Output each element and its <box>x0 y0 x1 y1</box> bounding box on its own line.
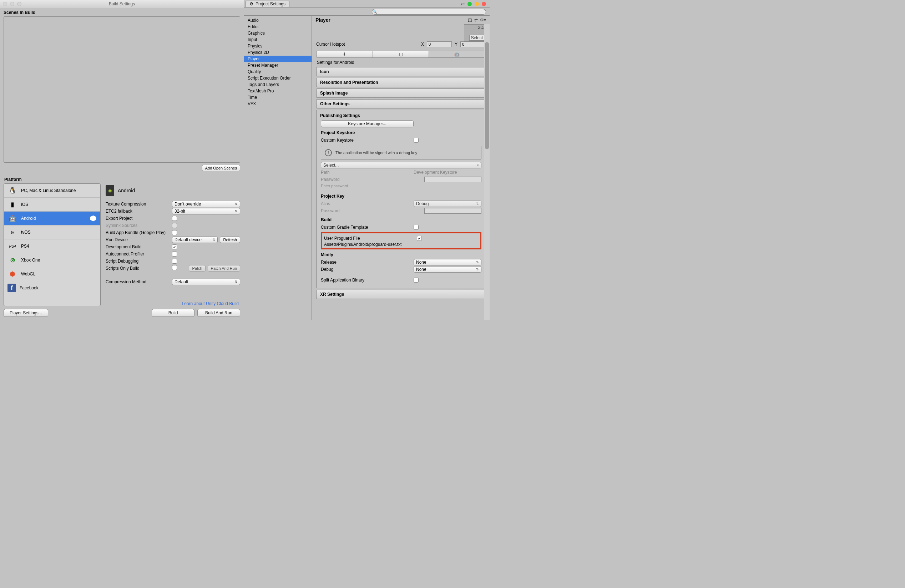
player-settings-button[interactable]: Player Settings... <box>3 309 48 317</box>
scrollbar-thumb[interactable] <box>485 42 489 149</box>
texture-compression-select[interactable]: Don't override⇅ <box>172 201 240 207</box>
custom-keystore-checkbox[interactable] <box>414 138 419 143</box>
platform-item-android[interactable]: 🤖 Android <box>4 212 100 225</box>
keystore-path-value: Development Keystore <box>414 170 457 175</box>
icon-select-button[interactable]: Select <box>469 35 484 41</box>
help-icon[interactable]: 🕮 <box>468 17 472 22</box>
cat-graphics[interactable]: Graphics <box>244 30 311 36</box>
keystore-password-label: Password <box>321 177 414 182</box>
cat-preset-manager[interactable]: Preset Manager <box>244 62 311 68</box>
player-detail-panel: Player 🕮 ⇄ ⚙▾ 2D/ Select Cursor Hotspot … <box>312 16 490 320</box>
build-and-run-button[interactable]: Build And Run <box>197 309 240 317</box>
platform-item-facebook[interactable]: f Facebook <box>4 281 100 295</box>
texture-compression-label: Texture Compression <box>106 201 172 207</box>
download-icon: ⬇ <box>343 52 346 57</box>
phone-icon: ▢ <box>399 52 403 57</box>
script-debugging-checkbox[interactable] <box>172 259 177 264</box>
cat-time[interactable]: Time <box>244 94 311 101</box>
tab-ios[interactable]: ▢ <box>373 51 429 57</box>
build-button[interactable]: Build <box>152 309 194 317</box>
cat-audio[interactable]: Audio <box>244 17 311 24</box>
facebook-icon: f <box>8 284 16 292</box>
cat-quality[interactable]: Quality <box>244 68 311 75</box>
run-device-select[interactable]: Default device⇅ <box>172 236 218 243</box>
vertical-scrollbar[interactable] <box>484 24 490 320</box>
keystore-select[interactable]: Select...▾ <box>321 162 481 168</box>
platform-label-text: Xbox One <box>21 258 40 263</box>
alias-select[interactable]: Debug⇅ <box>414 201 481 207</box>
platform-item-ios[interactable]: ▮ iOS <box>4 198 100 212</box>
minify-release-select[interactable]: None⇅ <box>414 259 481 265</box>
autoconnect-profiler-checkbox[interactable] <box>172 252 177 257</box>
user-proguard-checkbox[interactable]: ✔ <box>417 236 422 241</box>
etc2-fallback-select[interactable]: 32-bit⇅ <box>172 208 240 214</box>
tvos-icon: tv <box>8 227 17 237</box>
cursor-hotspot-label: Cursor Hotspot <box>316 42 418 47</box>
tab-standalone[interactable]: ⬇ <box>316 51 373 57</box>
gear-icon[interactable]: ⚙▾ <box>480 17 486 22</box>
autoconnect-profiler-label: Autoconnect Profiler <box>106 252 172 257</box>
key-password-input[interactable] <box>424 208 481 214</box>
search-input[interactable] <box>372 9 486 14</box>
export-project-label: Export Project <box>106 216 172 221</box>
gear-icon: ⚙ <box>249 2 253 6</box>
cat-vfx[interactable]: VFX <box>244 101 311 107</box>
cursor-x-input[interactable] <box>427 41 452 47</box>
refresh-button[interactable]: Refresh <box>220 236 240 243</box>
panel-title: Player <box>316 17 330 23</box>
patch-button[interactable]: Patch <box>189 265 205 271</box>
development-build-checkbox[interactable]: ✔ <box>172 244 177 249</box>
preset-icon[interactable]: ⇄ <box>474 17 478 22</box>
etc2-fallback-label: ETC2 fallback <box>106 209 172 214</box>
info-icon: ! <box>325 149 332 156</box>
platform-label-text: tvOS <box>21 230 31 235</box>
window-menu-icon[interactable]: ▪≡ <box>461 2 465 6</box>
development-build-label: Development Build <box>106 244 172 249</box>
platform-item-ps4[interactable]: PS4 PS4 <box>4 239 100 253</box>
section-icon[interactable]: Icon <box>316 67 485 76</box>
cat-textmesh-pro[interactable]: TextMesh Pro <box>244 88 311 94</box>
cat-player[interactable]: Player <box>244 55 311 62</box>
build-app-bundle-checkbox[interactable] <box>172 230 177 235</box>
cat-physics-2d[interactable]: Physics 2D <box>244 49 311 55</box>
platform-item-standalone[interactable]: 🐧 PC, Mac & Linux Standalone <box>4 184 100 198</box>
project-settings-tab[interactable]: ⚙ Project Settings <box>246 1 289 7</box>
cat-input[interactable]: Input <box>244 36 311 43</box>
minify-debug-select[interactable]: None⇅ <box>414 266 481 273</box>
keystore-manager-button[interactable]: Keystore Manager... <box>321 120 414 127</box>
scripts-only-build-checkbox[interactable] <box>172 265 177 270</box>
export-project-checkbox[interactable] <box>172 216 177 221</box>
platform-item-tvos[interactable]: tv tvOS <box>4 225 100 239</box>
cat-tags-and-layers[interactable]: Tags and Layers <box>244 81 311 88</box>
debug-key-info: ! The application will be signed with a … <box>321 146 481 160</box>
patch-and-run-button[interactable]: Patch And Run <box>208 265 240 271</box>
script-debugging-label: Script Debugging <box>106 259 172 264</box>
section-other[interactable]: Other Settings <box>316 99 485 108</box>
cat-physics[interactable]: Physics <box>244 43 311 49</box>
publishing-header[interactable]: Publishing Settings <box>320 113 481 120</box>
split-binary-checkbox[interactable] <box>414 277 419 282</box>
android-heading: Android <box>118 188 135 193</box>
tab-android[interactable]: 🤖 <box>429 51 485 57</box>
section-resolution[interactable]: Resolution and Presentation <box>316 78 485 87</box>
android-icon: 🤖 <box>454 52 460 57</box>
compression-method-select[interactable]: Default⇅ <box>172 279 240 285</box>
password-hint: Enter password. <box>321 183 481 191</box>
add-open-scenes-button[interactable]: Add Open Scenes <box>202 165 240 171</box>
section-xr[interactable]: XR Settings <box>316 290 485 299</box>
section-publishing: Publishing Settings Keystore Manager... … <box>316 110 485 288</box>
platform-item-webgl[interactable]: ⬢ WebGL <box>4 267 100 281</box>
cursor-y-input[interactable] <box>460 41 485 47</box>
standalone-icon: 🐧 <box>8 185 17 195</box>
cat-script-execution-order[interactable]: Script Execution Order <box>244 75 311 81</box>
build-settings-window: Build Settings Scenes In Build Add Open … <box>0 0 244 320</box>
section-splash[interactable]: Splash Image <box>316 89 485 98</box>
cat-editor[interactable]: Editor <box>244 24 311 30</box>
default-icon-preview[interactable]: 2D/ Select <box>464 24 485 41</box>
keystore-password-input[interactable] <box>424 177 481 182</box>
scenes-list[interactable] <box>3 16 240 163</box>
window-controls[interactable] <box>467 2 486 6</box>
platform-item-xboxone[interactable]: ⊗ Xbox One <box>4 253 100 267</box>
cloud-build-link[interactable]: Learn about Unity Cloud Build <box>106 298 240 306</box>
custom-gradle-checkbox[interactable] <box>414 225 419 230</box>
